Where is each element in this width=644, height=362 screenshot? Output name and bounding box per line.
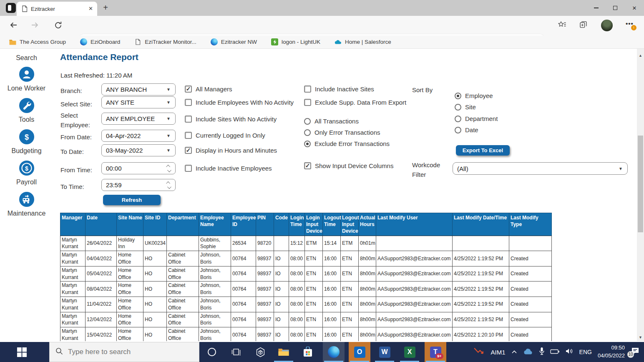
checkbox-box[interactable]: ✓	[185, 147, 192, 154]
vertical-scrollbar[interactable]: ▲ ▼	[637, 49, 644, 341]
radio-department[interactable]: Department	[455, 115, 498, 122]
checkbox-include-sites-with-no-activity[interactable]: Include Sites With No Activity	[185, 116, 277, 123]
radio-date[interactable]: Date	[455, 126, 478, 133]
radio-only-error-transactions[interactable]: Only Error Transactions	[304, 129, 380, 136]
refresh-button[interactable]: Refresh	[103, 195, 161, 205]
bookmark-item-logon-lightuk[interactable]: logon - LightUK	[271, 38, 320, 45]
onedrive-icon[interactable]	[523, 348, 533, 357]
workcode-filter-dropdown[interactable]: (All) ▼	[453, 162, 628, 175]
dropdown-arrow-icon[interactable]: ▼	[166, 116, 175, 121]
spinner-buttons-icon[interactable]	[167, 181, 175, 189]
edge-taskbar-icon[interactable]	[323, 342, 345, 362]
3d-viewer-taskbar-icon[interactable]	[249, 342, 271, 362]
checkbox-box[interactable]	[185, 132, 192, 139]
taskbar-search[interactable]	[49, 342, 199, 362]
new-tab-button[interactable]: +	[100, 3, 111, 13]
back-icon[interactable]	[9, 21, 18, 30]
radio-button[interactable]	[455, 104, 461, 111]
dropdown-arrow-icon[interactable]: ▼	[166, 133, 175, 138]
sidebar-item-budgeting[interactable]: $Budgeting	[0, 129, 53, 155]
sidebar-item-lone-worker[interactable]: Lone Worker	[0, 67, 53, 92]
checkbox-box[interactable]	[304, 85, 311, 93]
taskbar-clock[interactable]: 09:5004/05/2022	[598, 344, 625, 360]
microphone-icon[interactable]	[539, 347, 544, 357]
checkbox-show-input-device-columns[interactable]: ✓Show Input Device Columns	[304, 162, 393, 169]
select-site-dropdown[interactable]: ANY SITE▼	[101, 96, 176, 108]
maximize-button[interactable]	[606, 0, 625, 16]
checkbox-box[interactable]	[185, 165, 192, 172]
battery-icon[interactable]	[550, 348, 559, 356]
radio-button[interactable]	[304, 141, 311, 147]
from-date-dropdown[interactable]: 04-Apr-2022▼	[101, 130, 176, 142]
checkbox-include-employees-with-no-activity[interactable]: Include Employees With No Activity	[185, 99, 294, 106]
close-button[interactable]: ✕	[625, 0, 644, 16]
checkbox-include-inactive-sites[interactable]: Include Inactive Sites	[304, 85, 374, 93]
file-explorer-taskbar-icon[interactable]	[273, 342, 294, 362]
word-taskbar-icon[interactable]: W	[374, 342, 395, 362]
radio-button[interactable]	[455, 127, 461, 133]
task-view-taskbar-icon[interactable]	[225, 342, 247, 362]
excel-taskbar-icon[interactable]: X	[399, 342, 420, 362]
teams-taskbar-icon[interactable]: T9+	[425, 342, 446, 362]
dropdown-arrow-icon[interactable]: ▼	[619, 166, 627, 171]
bookmark-item-ezionboard[interactable]: EziOnboard	[80, 38, 120, 45]
collections-icon[interactable]	[580, 21, 587, 30]
store-taskbar-icon[interactable]	[297, 342, 319, 362]
checkbox-exclude-supp-data-from-export[interactable]: Exclude Supp. Data From Export	[304, 99, 406, 106]
export-to-excel-button[interactable]: Export To Excel	[456, 145, 510, 156]
radio-button[interactable]	[304, 118, 311, 125]
dropdown-arrow-icon[interactable]: ▼	[166, 148, 175, 153]
workspaces-icon[interactable]	[6, 3, 16, 13]
dropdown-arrow-icon[interactable]: ▼	[166, 100, 175, 105]
checkbox-display-in-hours-and-minutes[interactable]: ✓Display in Hours and Minutes	[185, 147, 277, 154]
radio-button[interactable]	[455, 93, 461, 99]
checkbox-box[interactable]	[304, 99, 311, 106]
search-input[interactable]	[68, 348, 185, 356]
speaker-icon[interactable]	[565, 348, 574, 356]
bookmark-item-ezitracker-monitor[interactable]: EziTracker Monitor...	[134, 38, 196, 45]
radio-exclude-error-transactions[interactable]: Exclude Error Transactions	[304, 140, 390, 147]
sidebar-item-maintenance[interactable]: Maintenance	[0, 192, 53, 217]
radio-all-transactions[interactable]: All Transactions	[304, 118, 359, 125]
bookmark-item-home-salesforce[interactable]: Home | Salesforce	[335, 38, 391, 45]
aim-label[interactable]: AIM1	[491, 349, 506, 356]
chevron-up-icon[interactable]	[511, 348, 517, 356]
outlook-taskbar-icon[interactable]: O	[349, 342, 370, 362]
sidebar-item-tools[interactable]: Tools	[0, 98, 53, 123]
spinner-buttons-icon[interactable]	[167, 165, 175, 172]
scroll-down-icon[interactable]: ▼	[637, 334, 644, 341]
checkbox-currently-logged-in-only[interactable]: Currently Logged In Only	[185, 132, 265, 139]
checkbox-include-inactive-employees[interactable]: Include Inactive Employees	[185, 165, 272, 172]
radio-site[interactable]: Site	[455, 103, 476, 111]
to-date-dropdown[interactable]: 03-May-2022▼	[101, 144, 176, 156]
start-button[interactable]	[17, 347, 27, 359]
radio-button[interactable]	[455, 116, 461, 122]
tab-close-icon[interactable]: ✕	[88, 5, 93, 12]
checkbox-box[interactable]	[185, 116, 192, 123]
sidebar-item-payroll[interactable]: $Payroll	[0, 161, 53, 186]
bookmark-item-the-access-group[interactable]: The Access Group	[9, 38, 66, 45]
branch-dropdown[interactable]: ANY BRANCH▼	[101, 83, 176, 96]
from-time-input[interactable]: 00:00	[101, 162, 176, 174]
select-employee-dropdown[interactable]: ANY EMPLOYEE▼	[101, 113, 176, 125]
browser-tab[interactable]: Ezitracker ✕	[17, 2, 97, 16]
bookmark-item-ezitracker-nw[interactable]: Ezitracker NW	[211, 38, 257, 45]
favorites-icon[interactable]	[558, 21, 566, 30]
refresh-icon[interactable]	[54, 21, 63, 30]
cortana-taskbar-icon[interactable]	[201, 342, 223, 362]
checkbox-all-managers[interactable]: ✓All Managers	[185, 85, 232, 93]
scrollbar-thumb[interactable]	[638, 136, 643, 232]
profile-avatar[interactable]	[601, 20, 613, 31]
to-time-input[interactable]: 23:59	[101, 179, 176, 191]
sidebar-item-search[interactable]: Search	[0, 54, 53, 62]
checkbox-box[interactable]: ✓	[304, 162, 311, 169]
notification-center-icon[interactable]: 10	[631, 347, 640, 357]
forward-icon[interactable]	[31, 21, 40, 30]
radio-button[interactable]	[304, 129, 311, 136]
stock-chart-icon[interactable]	[473, 347, 485, 357]
language-indicator[interactable]: ENG	[579, 349, 592, 355]
minimize-button[interactable]	[586, 0, 606, 16]
dropdown-arrow-icon[interactable]: ▼	[166, 87, 175, 92]
radio-employee[interactable]: Employee	[455, 92, 493, 99]
scroll-up-icon[interactable]: ▲	[637, 52, 644, 59]
